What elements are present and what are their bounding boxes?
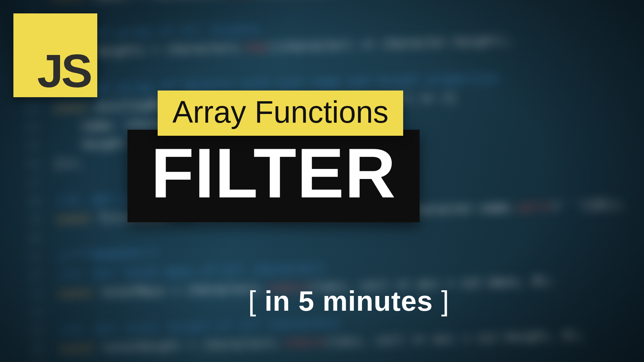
bracket-open: [ [248, 285, 256, 317]
main-title-banner: FILTER [127, 130, 420, 222]
js-logo-text: JS [37, 48, 91, 95]
js-logo: JS [13, 13, 97, 97]
tagline-text: in 5 minutes [256, 285, 441, 317]
tagline: [ in 5 minutes ] [248, 285, 449, 317]
bracket-close: ] [441, 285, 449, 317]
title-stack: Array Functions FILTER [127, 90, 420, 222]
subtitle-banner: Array Functions [158, 90, 403, 136]
